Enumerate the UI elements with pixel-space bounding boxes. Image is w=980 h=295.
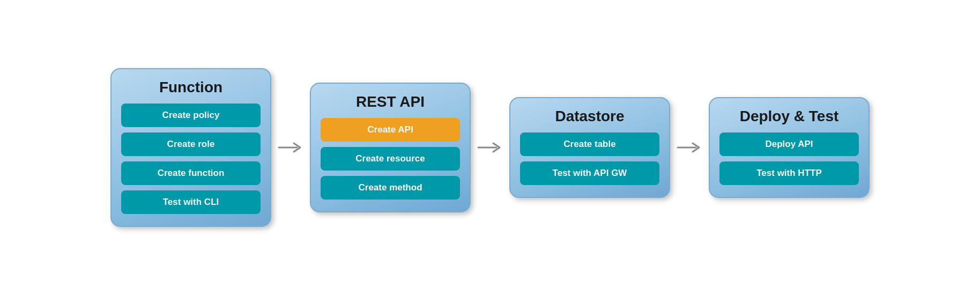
btn-create-table[interactable]: Create table [520, 132, 659, 156]
btn-create-resource[interactable]: Create resource [321, 147, 460, 171]
panel-datastore: Datastore Create table Test with API GW [509, 97, 670, 198]
panel-rest-api: REST API Create API Create resource Crea… [310, 83, 471, 212]
btn-create-function[interactable]: Create function [121, 161, 261, 185]
btn-test-http[interactable]: Test with HTTP [719, 161, 859, 185]
btn-create-policy[interactable]: Create policy [121, 104, 261, 127]
btn-deploy-api[interactable]: Deploy API [719, 132, 859, 156]
workflow-diagram: Function Create policy Create role Creat… [89, 57, 891, 238]
panel-datastore-items: Create table Test with API GW [520, 132, 659, 185]
arrow-2 [474, 138, 506, 157]
panel-rest-api-items: Create API Create resource Create method [321, 118, 460, 200]
btn-test-api-gw[interactable]: Test with API GW [520, 161, 659, 185]
panel-datastore-title: Datastore [555, 108, 624, 125]
btn-test-cli[interactable]: Test with CLI [121, 190, 261, 214]
panel-deploy-test: Deploy & Test Deploy API Test with HTTP [709, 97, 870, 198]
btn-create-api[interactable]: Create API [321, 118, 460, 142]
panel-function-items: Create policy Create role Create functio… [121, 104, 261, 214]
panel-deploy-test-items: Deploy API Test with HTTP [719, 132, 859, 185]
btn-create-method[interactable]: Create method [321, 176, 460, 200]
panel-function-title: Function [159, 79, 222, 96]
arrow-3 [673, 138, 706, 157]
btn-create-role[interactable]: Create role [121, 132, 261, 156]
arrow-1 [274, 138, 307, 157]
panel-deploy-test-title: Deploy & Test [740, 108, 839, 125]
panel-rest-api-title: REST API [356, 93, 425, 110]
panel-function: Function Create policy Create role Creat… [110, 68, 271, 227]
